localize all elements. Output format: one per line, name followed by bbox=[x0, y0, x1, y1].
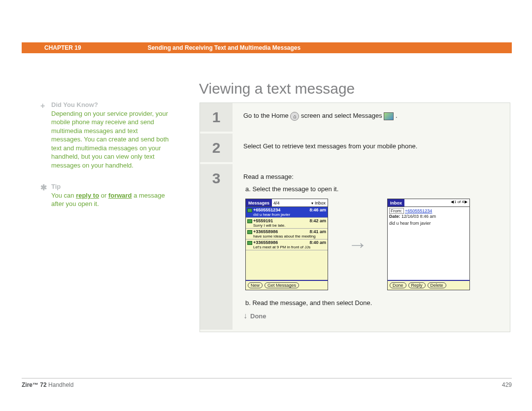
step-3-b: b. Read the message, and then select Don… bbox=[245, 299, 499, 307]
mail-icon bbox=[247, 208, 252, 212]
mail-icon bbox=[247, 230, 252, 234]
reply-button[interactable]: Reply bbox=[408, 282, 426, 288]
chapter-label: CHAPTER 19 bbox=[44, 44, 81, 51]
date-label: Date: bbox=[389, 214, 400, 219]
step-3-intro: Read a message: bbox=[243, 173, 499, 180]
chapter-header-bar: CHAPTER 19 Sending and Receiving Text an… bbox=[22, 42, 512, 53]
screen2-footer: Done Reply Delete bbox=[388, 280, 469, 290]
sidebar: + Did You Know? Depending on your servic… bbox=[51, 101, 169, 221]
step-1-body: Go to the Home ⌂ screen and select Messa… bbox=[233, 103, 510, 134]
step-1-number: 1 bbox=[200, 103, 233, 134]
asterisk-icon: ✱ bbox=[40, 182, 47, 193]
tip-mid: or bbox=[99, 192, 108, 199]
step-2-number: 2 bbox=[200, 134, 233, 164]
screen2-header: Inbox ◀ 1 of 4 ▶ bbox=[388, 199, 469, 207]
reply-to-link[interactable]: reply to bbox=[76, 192, 99, 199]
message-item-3[interactable]: +3365589868:41 am have some ideas about … bbox=[246, 229, 328, 240]
step-3-a: a. Select the message to open it. bbox=[245, 185, 499, 193]
step-2: 2 Select Get to retrieve text messages f… bbox=[200, 134, 510, 164]
did-you-know-label: Did You Know? bbox=[51, 101, 98, 108]
tip-pre: You can bbox=[51, 192, 76, 199]
screen1-footer: New Get Messages bbox=[246, 280, 328, 290]
arrow-right-icon: → bbox=[348, 234, 367, 256]
steps-container: 1 Go to the Home ⌂ screen and select Mes… bbox=[200, 103, 510, 332]
screen2-tab: Inbox bbox=[388, 199, 404, 206]
date-value: 12/16/03 8:46 am bbox=[401, 214, 436, 219]
delete-button[interactable]: Delete bbox=[428, 282, 446, 288]
screen1-tab: Messages bbox=[246, 199, 272, 206]
page-title: Viewing a text message bbox=[199, 80, 355, 97]
new-button[interactable]: New bbox=[248, 282, 263, 288]
message-item-1[interactable]: +65055512348:46 am did u hear from javie… bbox=[246, 207, 328, 218]
chapter-title: Sending and Receiving Text and Multimedi… bbox=[148, 44, 301, 51]
done-indicator: ↓ Done bbox=[243, 311, 499, 320]
step-1: 1 Go to the Home ⌂ screen and select Mes… bbox=[200, 103, 510, 134]
from-link[interactable]: +6505551234 bbox=[405, 208, 432, 213]
from-label: From: bbox=[389, 208, 404, 214]
did-you-know-block: + Did You Know? Depending on your servic… bbox=[51, 101, 169, 170]
screen2-pager: ◀ 1 of 4 ▶ bbox=[451, 200, 467, 204]
get-messages-button[interactable]: Get Messages bbox=[265, 282, 299, 288]
plus-icon: + bbox=[40, 101, 45, 111]
message-item-2[interactable]: +55591918:42 am Sorry I will be late. bbox=[246, 218, 328, 229]
screenshots-row: Messages 4/4 ▾ Inbox +65055512348:46 am … bbox=[245, 199, 499, 290]
tip-block: ✱ Tip You can reply to or forward a mess… bbox=[51, 182, 169, 208]
page-footer: Zire™ 72 Handheld 429 bbox=[22, 378, 512, 388]
forward-link[interactable]: forward bbox=[108, 192, 132, 199]
tip-heading: ✱ Tip bbox=[51, 182, 169, 191]
message-detail-screen: Inbox ◀ 1 of 4 ▶ From: +6505551234 Date:… bbox=[387, 199, 470, 290]
messages-list-screen: Messages 4/4 ▾ Inbox +65055512348:46 am … bbox=[245, 199, 328, 290]
footer-page-number: 429 bbox=[502, 381, 512, 388]
screen1-inbox: ▾ Inbox bbox=[311, 201, 326, 206]
did-you-know-heading: + Did You Know? bbox=[51, 101, 169, 109]
step-3-number: 3 bbox=[200, 164, 233, 332]
message-body-text: did u hear from javier bbox=[389, 221, 468, 226]
step-3-body: Read a message: a. Select the message to… bbox=[233, 164, 510, 332]
did-you-know-text: Depending on your service provider, your… bbox=[51, 109, 169, 170]
step-3: 3 Read a message: a. Select the message … bbox=[200, 164, 510, 332]
tip-text: You can reply to or forward a message af… bbox=[51, 191, 169, 208]
messages-icon bbox=[384, 112, 394, 120]
screen1-count: 4/4 bbox=[273, 201, 280, 206]
step-1-mid: screen and select Messages bbox=[301, 112, 384, 119]
screen1-header: Messages 4/4 ▾ Inbox bbox=[246, 199, 328, 207]
footer-product: Zire™ 72 Handheld bbox=[22, 381, 73, 388]
mail-icon bbox=[247, 241, 252, 245]
screen2-body: From: +6505551234 Date: 12/16/03 8:46 am… bbox=[388, 207, 469, 280]
done-button[interactable]: Done bbox=[390, 282, 406, 288]
screen1-list: +65055512348:46 am did u hear from javie… bbox=[246, 207, 328, 280]
message-item-4[interactable]: +3365589868:40 am Let's meet at 9 PM in … bbox=[246, 240, 328, 250]
done-label: Done bbox=[250, 312, 266, 320]
home-icon: ⌂ bbox=[290, 112, 299, 121]
step-1-pre: Go to the Home bbox=[243, 112, 290, 119]
done-arrow-icon: ↓ bbox=[243, 311, 247, 320]
step-1-post: . bbox=[396, 112, 398, 119]
tip-label: Tip bbox=[51, 183, 61, 190]
mail-icon bbox=[247, 219, 252, 223]
step-2-body: Select Get to retrieve text messages fro… bbox=[233, 134, 510, 164]
